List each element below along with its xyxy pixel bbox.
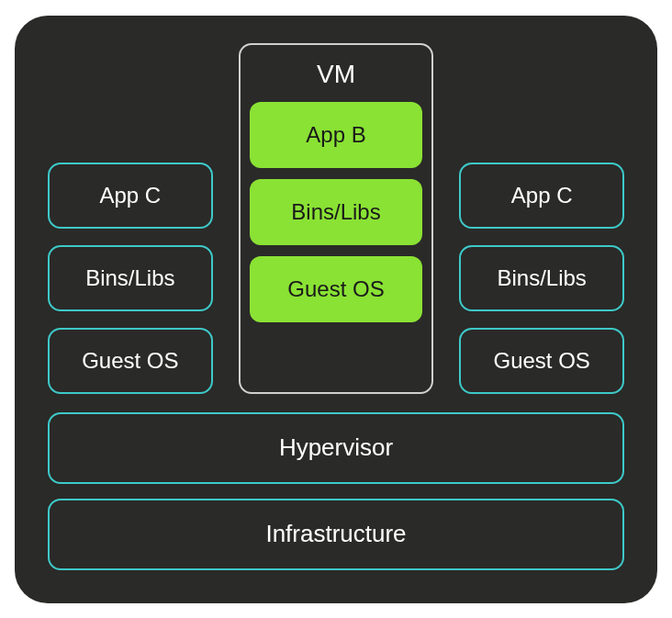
infrastructure-layer: Infrastructure bbox=[48, 499, 624, 570]
bottom-layers: Hypervisor Infrastructure bbox=[48, 412, 624, 570]
hypervisor-layer: Hypervisor bbox=[48, 412, 624, 484]
vm-title: VM bbox=[250, 54, 423, 91]
guest-os-box-center: Guest OS bbox=[250, 256, 423, 322]
vm-architecture-diagram: App C Bins/Libs Guest OS VM App B Bins/L… bbox=[15, 16, 657, 603]
vm-column-center: VM App B Bins/Libs Guest OS bbox=[239, 43, 434, 394]
bins-libs-box-right: Bins/Libs bbox=[459, 245, 624, 311]
app-box-right: App C bbox=[459, 163, 624, 229]
vm-columns: App C Bins/Libs Guest OS VM App B Bins/L… bbox=[48, 43, 624, 394]
vm-column-right: App C Bins/Libs Guest OS bbox=[459, 43, 624, 394]
app-box-left: App C bbox=[48, 163, 213, 229]
guest-os-box-right: Guest OS bbox=[459, 328, 624, 394]
guest-os-box-left: Guest OS bbox=[48, 328, 213, 394]
bins-libs-box-left: Bins/Libs bbox=[48, 245, 213, 311]
bins-libs-box-center: Bins/Libs bbox=[250, 179, 423, 245]
app-box-center: App B bbox=[250, 102, 423, 168]
vm-column-left: App C Bins/Libs Guest OS bbox=[48, 43, 213, 394]
